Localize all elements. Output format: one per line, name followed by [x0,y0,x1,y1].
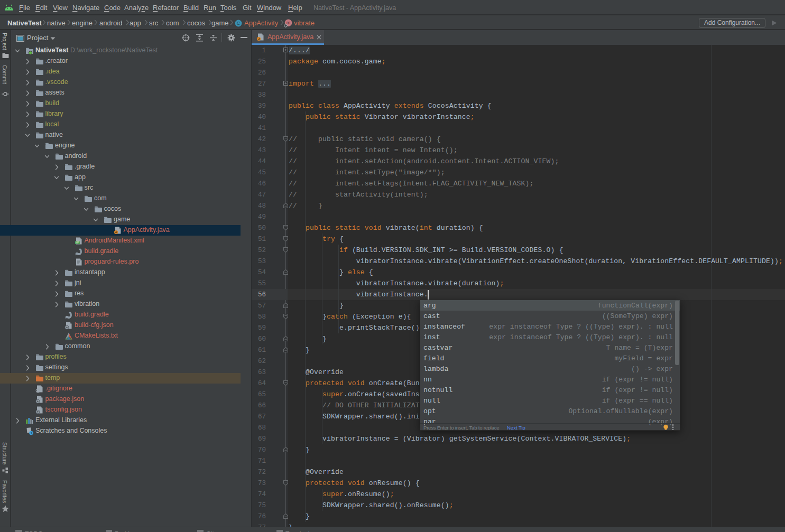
svg-text:C: C [237,21,241,26]
svg-text:m: m [287,20,291,25]
svg-text:MF: MF [75,241,79,244]
